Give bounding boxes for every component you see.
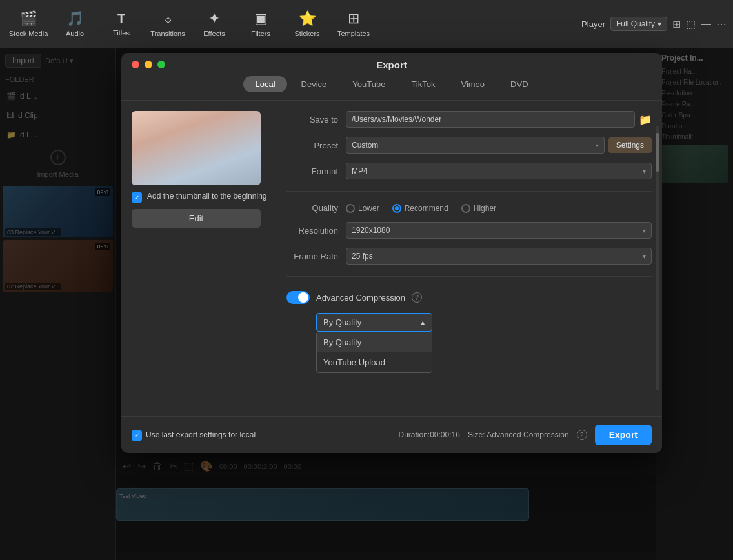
scrollbar-track <box>656 126 659 390</box>
maximize-button[interactable] <box>157 61 165 68</box>
scrollbar-thumb[interactable] <box>656 133 659 172</box>
footer-checkbox[interactable]: ✓ <box>132 430 142 441</box>
main-toolbar: 🎬 Stock Media 🎵 Audio T Titles ⬦ Transit… <box>0 0 733 48</box>
format-select[interactable]: MP4 ▾ <box>346 163 652 179</box>
format-select-value: MP4 <box>352 166 368 175</box>
advanced-compression-label: Advanced Compression <box>316 293 405 303</box>
templates-icon: ⊞ <box>348 10 359 27</box>
preset-select-value: Custom <box>352 141 378 150</box>
quality-label: Quality <box>286 203 338 213</box>
folder-icon[interactable]: 📁 <box>639 114 652 126</box>
toolbar-item-audio[interactable]: 🎵 Audio <box>53 3 97 45</box>
advanced-dropdown-wrap: By Quality ▴ By Quality YouTube Upload <box>316 313 652 332</box>
thumbnail-checkbox-label: Add the thumbnail to the beginning <box>147 192 266 201</box>
titles-icon: T <box>117 12 125 26</box>
toolbar-label-filters: Filters <box>251 30 270 37</box>
player-label: Player <box>581 19 605 29</box>
more-icon[interactable]: ⋯ <box>716 18 727 30</box>
chevron-down-icon: ▾ <box>643 168 646 175</box>
divider <box>286 191 652 192</box>
stock-media-icon: 🎬 <box>20 10 37 27</box>
close-button[interactable] <box>132 61 139 68</box>
tab-youtube[interactable]: YouTube <box>341 76 397 92</box>
resolution-value: 1920x1080 ▾ <box>346 222 652 239</box>
dropdown-option-by-quality[interactable]: By Quality <box>317 332 432 352</box>
quality-recommend-label: Recommend <box>405 204 448 213</box>
tab-vimeo[interactable]: Vimeo <box>449 76 496 92</box>
resolution-label: Resolution <box>286 226 338 235</box>
toolbar-label-stickers: Stickers <box>294 30 319 37</box>
tab-local[interactable]: Local <box>243 76 286 92</box>
save-to-value: /Users/ws/Movies/Wonder 📁 <box>346 111 652 128</box>
frame-rate-value: 25 fps ▾ <box>346 248 652 265</box>
preset-label: Preset <box>286 141 338 150</box>
chevron-down-icon: ▾ <box>658 19 661 28</box>
thumbnail-checkbox-row: ✓ Add the thumbnail to the beginning <box>132 192 274 203</box>
audio-icon: 🎵 <box>66 10 84 27</box>
grid-icon[interactable]: ⊞ <box>672 18 681 30</box>
preset-row: Preset Custom ▾ Settings <box>286 137 652 154</box>
tab-device[interactable]: Device <box>290 76 339 92</box>
footer-checkbox-icon: ✓ <box>134 432 139 439</box>
quality-recommend[interactable]: Recommend <box>392 204 448 213</box>
footer-checkbox-row: ✓ Use last export settings for local <box>132 430 256 441</box>
modal-titlebar: Export <box>121 53 662 74</box>
quality-button[interactable]: Full Quality ▾ <box>610 17 667 31</box>
toolbar-item-stock-media[interactable]: 🎬 Stock Media <box>6 3 50 45</box>
toggle-knob <box>298 292 308 303</box>
toolbar-label-audio: Audio <box>66 30 84 37</box>
footer-duration: Duration:00:00:16 <box>399 430 460 439</box>
export-button[interactable]: Export <box>595 425 652 445</box>
toolbar-item-stickers[interactable]: ⭐ Stickers <box>285 3 329 45</box>
quality-label: Full Quality <box>616 19 655 28</box>
minimize-button[interactable] <box>145 61 152 68</box>
advanced-compression-row: Advanced Compression ? <box>286 288 652 304</box>
divider2 <box>286 276 652 277</box>
expand-icon[interactable]: ⬚ <box>686 18 696 30</box>
dropdown-option-youtube-upload[interactable]: YouTube Upload <box>317 352 432 372</box>
format-row: Format MP4 ▾ <box>286 163 652 179</box>
modal-title: Export <box>376 59 407 70</box>
settings-pane: Save to /Users/ws/Movies/Wonder 📁 Preset… <box>286 111 652 406</box>
toolbar-item-templates[interactable]: ⊞ Templates <box>332 3 376 45</box>
save-path-input[interactable]: /Users/ws/Movies/Wonder <box>346 111 635 128</box>
quality-lower-label: Lower <box>358 204 379 213</box>
tab-tiktok[interactable]: TikTok <box>399 76 447 92</box>
format-label: Format <box>286 166 338 176</box>
toolbar-label-transitions: Transitions <box>150 30 185 37</box>
frame-rate-label: Frame Rate <box>286 252 338 261</box>
toolbar-item-transitions[interactable]: ⬦ Transitions <box>146 3 190 45</box>
resolution-select[interactable]: 1920x1080 ▾ <box>346 222 652 239</box>
filters-icon: ▣ <box>254 10 268 27</box>
toolbar-right: Player Full Quality ▾ ⊞ ⬚ — ⋯ <box>581 17 727 31</box>
help-icon[interactable]: ? <box>412 292 422 303</box>
quality-lower[interactable]: Lower <box>346 204 379 213</box>
resolution-row: Resolution 1920x1080 ▾ <box>286 222 652 239</box>
frame-rate-select[interactable]: 25 fps ▾ <box>346 248 652 265</box>
quality-higher-label: Higher <box>474 204 496 213</box>
toolbar-item-titles[interactable]: T Titles <box>99 3 143 45</box>
toolbar-label-templates: Templates <box>337 30 370 37</box>
checkbox-check-icon: ✓ <box>134 194 139 201</box>
advanced-compression-toggle[interactable] <box>286 291 310 304</box>
resolution-select-value: 1920x1080 <box>352 226 390 235</box>
toolbar-item-effects[interactable]: ✦ Effects <box>192 3 236 45</box>
chevron-up-icon: ▴ <box>421 317 425 327</box>
advanced-compression-dropdown[interactable]: By Quality ▴ <box>316 313 432 332</box>
thumbnail-checkbox[interactable]: ✓ <box>132 192 142 203</box>
tab-dvd[interactable]: DVD <box>499 76 539 92</box>
quality-higher[interactable]: Higher <box>461 204 496 213</box>
toolbar-item-filters[interactable]: ▣ Filters <box>239 3 283 45</box>
format-value: MP4 ▾ <box>346 163 652 179</box>
export-modal: Export Local Device YouTube TikTok Vimeo… <box>121 53 662 453</box>
radio-outer-lower <box>346 204 355 213</box>
settings-button[interactable]: Settings <box>608 137 652 153</box>
minimize-icon[interactable]: — <box>701 18 711 30</box>
dropdown-selected-value: By Quality <box>323 317 361 327</box>
footer-help-icon[interactable]: ? <box>577 430 587 440</box>
edit-button[interactable]: Edit <box>132 209 261 228</box>
toolbar-label-titles: Titles <box>113 29 130 37</box>
save-to-row: Save to /Users/ws/Movies/Wonder 📁 <box>286 111 652 128</box>
preset-select[interactable]: Custom ▾ <box>346 137 605 154</box>
toolbar-label-effects: Effects <box>203 30 225 37</box>
